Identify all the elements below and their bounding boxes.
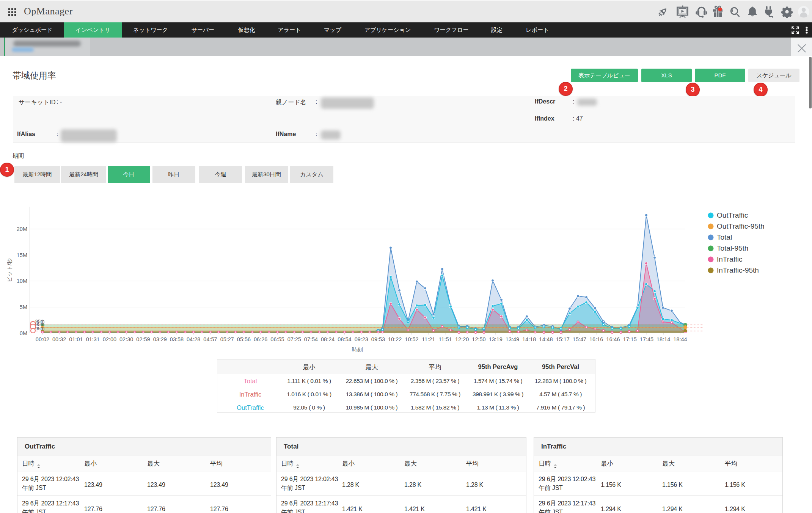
svg-text:16:16: 16:16	[589, 336, 603, 342]
svg-text:01:01: 01:01	[69, 336, 83, 342]
svg-text:10:52: 10:52	[405, 336, 418, 342]
svg-text:時刻: 時刻	[352, 347, 363, 353]
svg-text:06:26: 06:26	[254, 336, 267, 342]
svg-text:18:14: 18:14	[657, 336, 670, 342]
svg-text:03:58: 03:58	[170, 336, 184, 342]
svg-text:02:00: 02:00	[103, 336, 116, 342]
svg-text:InTraffic: InTraffic	[717, 255, 743, 263]
svg-text:09:23: 09:23	[355, 336, 368, 342]
svg-text:5M: 5M	[20, 304, 27, 310]
svg-text:OutTraffic-95th: OutTraffic-95th	[717, 222, 765, 230]
svg-text:95th: 95th	[35, 326, 44, 331]
svg-text:ビット/秒: ビット/秒	[6, 258, 13, 282]
svg-text:10M: 10M	[17, 278, 27, 284]
svg-text:13:19: 13:19	[489, 336, 503, 342]
svg-text:03:29: 03:29	[153, 336, 167, 342]
svg-text:20M: 20M	[17, 226, 27, 232]
svg-text:04:57: 04:57	[203, 336, 217, 342]
svg-text:17:45: 17:45	[640, 336, 653, 342]
svg-text:12:50: 12:50	[472, 336, 485, 342]
svg-text:07:25: 07:25	[287, 336, 301, 342]
svg-text:06:55: 06:55	[270, 336, 284, 342]
svg-text:08:24: 08:24	[321, 336, 335, 342]
svg-text:13:49: 13:49	[506, 336, 519, 342]
svg-text:OutTraffic: OutTraffic	[717, 211, 748, 219]
svg-text:Total: Total	[717, 233, 732, 241]
svg-text:15:17: 15:17	[556, 336, 570, 342]
svg-text:17:15: 17:15	[623, 336, 637, 342]
svg-text:11:21: 11:21	[422, 336, 435, 342]
svg-text:15:47: 15:47	[573, 336, 586, 342]
svg-text:11:51: 11:51	[438, 336, 452, 342]
svg-text:14:48: 14:48	[539, 336, 553, 342]
svg-text:12:20: 12:20	[455, 336, 469, 342]
svg-text:08:54: 08:54	[338, 336, 351, 342]
svg-text:01:31: 01:31	[86, 336, 100, 342]
svg-text:00:02: 00:02	[36, 336, 49, 342]
svg-text:09:53: 09:53	[371, 336, 385, 342]
svg-text:14:18: 14:18	[522, 336, 536, 342]
svg-text:02:30: 02:30	[119, 336, 133, 342]
svg-text:04:28: 04:28	[187, 336, 200, 342]
svg-text:InTraffic-95th: InTraffic-95th	[717, 266, 759, 274]
svg-text:00:32: 00:32	[52, 336, 66, 342]
svg-text:18:44: 18:44	[673, 336, 687, 342]
svg-text:02:59: 02:59	[136, 336, 150, 342]
svg-text:15M: 15M	[17, 252, 27, 258]
svg-text:07:54: 07:54	[304, 336, 318, 342]
svg-text:10:22: 10:22	[388, 336, 402, 342]
svg-text:05:27: 05:27	[220, 336, 234, 342]
svg-text:16:46: 16:46	[606, 336, 620, 342]
svg-text:0M: 0M	[20, 330, 27, 336]
svg-text:Total-95th: Total-95th	[717, 244, 748, 252]
svg-text:05:56: 05:56	[237, 336, 251, 342]
